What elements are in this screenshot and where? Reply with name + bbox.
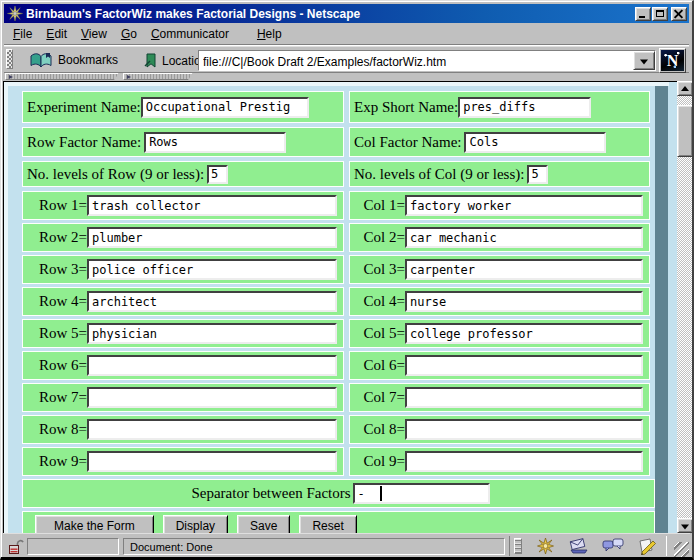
buttons-cell: Make the Form Display Save Reset (22, 511, 655, 533)
exp-short-name-label: Exp Short Name: (350, 99, 458, 116)
experiment-name-label: Experiment Name: (23, 99, 141, 116)
browser-viewport: Experiment Name: Exp Short Name: Row Fac… (3, 81, 677, 533)
minimize-button[interactable] (635, 7, 651, 21)
separator-label: Separator between Factors (187, 485, 350, 502)
discussions-icon[interactable] (601, 537, 625, 555)
menu-communicator[interactable]: Communicator (144, 25, 236, 43)
row-level-label: Row 8= (23, 421, 87, 438)
row-level-label: Row 5= (23, 325, 87, 342)
experiment-name-input[interactable] (141, 97, 309, 118)
maximize-icon (656, 10, 664, 17)
row-level-input[interactable] (87, 195, 337, 216)
row-level-cell: Row 9= (22, 447, 344, 476)
col-level-input[interactable] (405, 227, 643, 248)
row-level-input[interactable] (87, 419, 337, 440)
col-factor-name-input[interactable] (464, 132, 606, 153)
col-level-cell: Col 2= (349, 223, 650, 252)
col-levels-input[interactable] (527, 165, 548, 184)
scrollbar-thumb[interactable] (677, 105, 693, 157)
expand-arrow-icon (9, 75, 13, 79)
menu-help[interactable]: Help (250, 25, 289, 43)
row-level-input[interactable] (87, 291, 337, 312)
mailbox-icon[interactable] (567, 537, 591, 555)
row-factor-name-input[interactable] (144, 132, 286, 153)
menu-go[interactable]: Go (114, 25, 144, 43)
col-level-label: Col 5= (350, 325, 405, 342)
exp-short-name-cell: Exp Short Name: (349, 91, 650, 123)
factor-row: Row 4= Col 4= (22, 287, 655, 316)
row-levels-cell: No. levels of Row (9 or less): (22, 161, 344, 187)
navigator-icon[interactable] (533, 537, 557, 555)
status-text: Document: Done (130, 541, 213, 553)
row-factor-name-cell: Row Factor Name: (22, 127, 344, 157)
component-bar-handle[interactable] (514, 538, 522, 554)
netscape-n-logo: N (661, 50, 684, 71)
security-padlock-icon[interactable] (7, 538, 24, 559)
collapsed-navigation-toolbar-tab[interactable] (5, 73, 119, 80)
display-button[interactable]: Display (163, 515, 228, 534)
scroll-up-button[interactable] (677, 81, 693, 96)
col-level-input[interactable] (405, 259, 643, 280)
row-level-input[interactable] (87, 227, 337, 248)
col-factor-name-label: Col Factor Name: (350, 134, 461, 151)
location-input[interactable] (199, 51, 633, 70)
reset-button[interactable]: Reset (299, 515, 356, 534)
factor-level-rows: Row 1= Col 1= Row 2= Col 2= Row 3= Col 3… (22, 191, 655, 476)
col-level-cell: Col 3= (349, 255, 650, 284)
row-level-input[interactable] (87, 355, 337, 376)
collapsed-personal-toolbar-tab[interactable] (123, 73, 193, 80)
toolbar-grabber[interactable] (6, 49, 13, 69)
scroll-down-button[interactable] (677, 518, 693, 533)
col-level-input[interactable] (405, 419, 643, 440)
location-dropdown-button[interactable] (633, 51, 655, 70)
menu-view[interactable]: View (74, 25, 114, 43)
menu-file[interactable]: File (6, 25, 39, 43)
chevron-down-icon (640, 59, 648, 64)
col-level-input[interactable] (405, 451, 643, 472)
col-level-input[interactable] (405, 195, 643, 216)
col-level-input[interactable] (405, 323, 643, 344)
col-level-label: Col 1= (350, 197, 405, 214)
composer-icon[interactable] (635, 537, 659, 555)
maximize-button[interactable] (652, 7, 668, 21)
factorwiz-form: Experiment Name: Exp Short Name: Row Fac… (22, 91, 655, 533)
factor-row: Row 3= Col 3= (22, 255, 655, 284)
resize-grip[interactable] (674, 542, 689, 557)
page-bevel-right (655, 86, 668, 533)
row-level-input[interactable] (87, 451, 337, 472)
bookmarks-button[interactable]: Bookmarks (26, 49, 122, 71)
save-button[interactable]: Save (237, 515, 290, 534)
col-levels-cell: No. levels of Col (9 or less): (349, 161, 650, 187)
col-level-label: Col 8= (350, 421, 405, 438)
menu-edit[interactable]: Edit (39, 25, 74, 43)
factor-row: Row 7= Col 7= (22, 383, 655, 412)
col-levels-label: No. levels of Col (9 or less): (350, 166, 524, 183)
close-button[interactable] (671, 7, 687, 21)
col-level-cell: Col 4= (349, 287, 650, 316)
page-proxy-icon[interactable] (143, 53, 158, 72)
col-level-input[interactable] (405, 291, 643, 312)
col-level-label: Col 9= (350, 453, 405, 470)
bookmarks-icon (30, 52, 52, 69)
menu-bar: File Edit View Go Communicator Help (4, 24, 689, 44)
col-level-label: Col 6= (350, 357, 405, 374)
col-level-input[interactable] (405, 387, 643, 408)
netscape-throbber[interactable]: N (659, 48, 686, 73)
row-level-input[interactable] (87, 323, 337, 344)
netscape-app-icon[interactable] (7, 6, 23, 21)
col-level-cell: Col 1= (349, 191, 650, 220)
row-level-label: Row 3= (23, 261, 87, 278)
vertical-scrollbar[interactable] (677, 81, 693, 533)
row-levels-input[interactable] (207, 165, 228, 184)
exp-short-name-input[interactable] (458, 97, 591, 118)
col-level-cell: Col 6= (349, 351, 650, 380)
separator-field-wrap (353, 483, 490, 504)
row-level-input[interactable] (87, 387, 337, 408)
separator-input[interactable] (353, 483, 490, 504)
col-level-input[interactable] (405, 355, 643, 376)
title-bar[interactable]: Birnbaum's FactorWiz makes Factorial Des… (4, 4, 689, 23)
row-level-input[interactable] (87, 259, 337, 280)
row-level-cell: Row 4= (22, 287, 344, 316)
factor-row: Row 2= Col 2= (22, 223, 655, 252)
make-the-form-button[interactable]: Make the Form (35, 515, 154, 534)
